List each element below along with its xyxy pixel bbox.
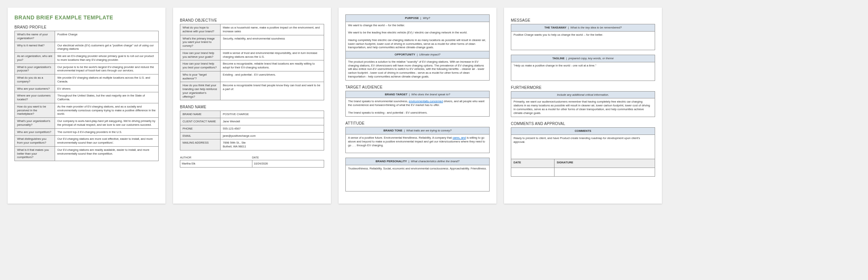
answer-cell: The current top-3 EV-charging providers … (55, 128, 159, 136)
brand-profile-table: What's the name of your organization?Pos… (14, 31, 159, 161)
question-cell: How can your brand help you achieve your… (180, 49, 221, 60)
author-label: AUTHOR (180, 155, 252, 160)
answer-cell: Existing - and potential - EV users/driv… (221, 71, 324, 82)
answer-cell: 555-123-4567 (221, 125, 324, 132)
answer-cell: Throughout the United States, but the va… (55, 92, 159, 103)
question-cell: Why is it named that? (15, 42, 55, 53)
answer-cell: Security, reliability, and environmental… (221, 35, 324, 49)
brand-objective-heading: BRAND OBJECTIVE (180, 18, 324, 22)
brand-tone-header: BRAND TONE | What traits are we trying t… (346, 127, 490, 134)
question-cell: As an organization, who are you? (15, 53, 55, 64)
answer-cell: Make us a household name, make a positiv… (221, 24, 324, 35)
answer-cell: Become a recognizable, reliable brand th… (221, 60, 324, 71)
signature-value (554, 168, 655, 177)
question-cell: What's your organization's personality? (15, 118, 55, 129)
question-cell: How do you want to be perceived in the m… (15, 103, 55, 117)
brand-profile-heading: BRAND PROFILE (14, 25, 159, 29)
signature-label: SIGNATURE (554, 159, 655, 168)
answer-cell: Jane Wendell (221, 118, 324, 125)
question-cell: CLIENT CONTACT NAME (180, 118, 221, 125)
date-sig-label: DATE (511, 159, 555, 168)
tagline-header: TAGLINE | prepared copy, key words, or t… (511, 55, 655, 62)
brand-tone-table: BRAND TONE | What traits are we trying t… (345, 127, 490, 153)
question-cell: What distinguishes you from your competi… (15, 136, 55, 147)
brand-name-table: BRAND NAMEPOSITIVE CHARGECLIENT CONTACT … (180, 111, 324, 150)
takeaway-text: Positive Charge wants you to help us cha… (511, 31, 655, 50)
opportunity-header: OPPORTUNITY | Ultimate impact? (346, 51, 490, 59)
question-cell: Who are your competitors? (15, 128, 55, 136)
opportunity-text: The product provides a solution to the r… (346, 58, 490, 80)
purpose-opportunity-table: PURPOSE | Why? We want to change the wor… (345, 14, 490, 81)
brand-target-text: The brand speaks to environmental soundn… (346, 98, 490, 117)
date-value: 10/24/2026 (252, 160, 324, 167)
answer-cell: 7898 59th St., Ste Bothell, WA 98011 (221, 139, 324, 150)
comments-header: COMMENTS (511, 128, 655, 135)
brand-personality-table: BRAND PERSONALITY | What characteristics… (345, 158, 490, 191)
attitude-heading: ATTITUDE (345, 121, 490, 125)
brand-objective-table: What do you hope to achieve with your br… (180, 24, 324, 100)
answer-cell: Instill a sense of trust and environment… (221, 49, 324, 60)
page-2: BRAND OBJECTIVE What do you hope to achi… (173, 8, 331, 204)
question-cell: How can your brand help you best your co… (180, 60, 221, 71)
brand-tone-text: A sense of a positive future. Environmen… (346, 134, 490, 153)
answer-cell: Our electrical vehicle (EV) customers ge… (55, 42, 159, 53)
answer-cell: Become a recognizable brand that people … (221, 82, 324, 100)
question-cell: What's the name of your organization? (15, 31, 55, 42)
furthermore-heading: FURTHERMORE (511, 85, 655, 90)
brand-personality-header: BRAND PERSONALITY | What characteristics… (346, 158, 490, 165)
page-3: PURPOSE | Why? We want to change the wor… (339, 8, 496, 204)
purpose-header: PURPOSE | Why? (346, 15, 490, 22)
env-concerned-link[interactable]: environmentally-concerned (409, 100, 443, 103)
page-4: MESSAGE THE TAKEAWAY | What is the key i… (504, 8, 662, 204)
tagline-text: "Help us make a positive change in the w… (511, 62, 655, 81)
takeaway-header: THE TAKEAWAY | What is the key idea to b… (511, 24, 655, 32)
answer-cell: POSITIVE CHARGE (221, 111, 324, 118)
question-cell: How do you think that your branding can … (180, 82, 221, 100)
furthermore-header: Include any additional critical informat… (511, 91, 655, 98)
brand-name-heading: BRAND NAME (180, 105, 324, 109)
author-date-table: AUTHOR DATE Martha Elk 10/24/2026 (180, 155, 324, 168)
question-cell: What's the primary image you want your b… (180, 35, 221, 49)
answer-cell: Positive Charge (55, 31, 159, 42)
answer-cell: Our company is work-hard-play-hard yet e… (55, 118, 159, 129)
answer-cell: We are an EV-charging provider whose pri… (55, 53, 159, 64)
date-sig-value (511, 168, 555, 177)
question-cell: What is your organization's purpose? (15, 63, 55, 74)
question-cell: What is it that makes you better than yo… (15, 146, 55, 161)
answer-cell: jane@positivecharge.com (221, 132, 324, 139)
answer-cell: EV drivers (55, 85, 159, 92)
answer-cell: Our EV-charging stations are more cost e… (55, 136, 159, 147)
target-audience-table: BRAND TARGET | Who does the brand speak … (345, 91, 490, 117)
furthermore-table: Include any additional critical informat… (511, 91, 655, 117)
question-cell: What do you do as a company? (15, 74, 55, 85)
brand-personality-text: Trustworthiness. Reliability. Social, ec… (346, 165, 490, 191)
date-label: DATE (252, 155, 324, 160)
brand-target-header: BRAND TARGET | Who does the brand speak … (346, 91, 490, 98)
question-cell: MAILING ADDRESS (180, 139, 221, 150)
question-cell: PHONE (180, 125, 221, 132)
question-cell: BRAND NAME (180, 111, 221, 118)
comments-text: Ready to present to client, and have Pro… (511, 135, 655, 159)
answer-cell: Our purpose is to be the world's largest… (55, 63, 159, 74)
question-cell: EMAIL (180, 132, 221, 139)
comments-heading: COMMENTS AND APPROVAL (511, 122, 655, 126)
document-title: BRAND BRIEF EXAMPLE TEMPLATE (14, 14, 159, 21)
message-heading: MESSAGE (511, 18, 655, 22)
cares-link[interactable]: cares, and (452, 136, 466, 139)
page-1: BRAND BRIEF EXAMPLE TEMPLATE BRAND PROFI… (8, 8, 165, 204)
tagline-table: TAGLINE | prepared copy, key words, or t… (511, 55, 655, 81)
question-cell: Who is your "target audience"? (180, 71, 221, 82)
author-value: Martha Elk (180, 160, 252, 167)
takeaway-table: THE TAKEAWAY | What is the key idea to b… (511, 24, 655, 50)
question-cell: Where are your customers located? (15, 92, 55, 103)
answer-cell: Our EV-charging stations are readily ava… (55, 146, 159, 161)
answer-cell: We provide EV charging stations at multi… (55, 74, 159, 85)
purpose-text: We want to change the world -- for the b… (346, 22, 490, 51)
question-cell: Who are your customers? (15, 85, 55, 92)
furthermore-text: Primarily, we want our audience/customer… (511, 98, 655, 117)
answer-cell: As the main provider of EV-charging stat… (55, 103, 159, 117)
question-cell: What do you hope to achieve with your br… (180, 24, 221, 35)
comments-table: COMMENTS Ready to present to client, and… (511, 127, 655, 177)
target-audience-heading: TARGET AUDIENCE (345, 85, 490, 89)
